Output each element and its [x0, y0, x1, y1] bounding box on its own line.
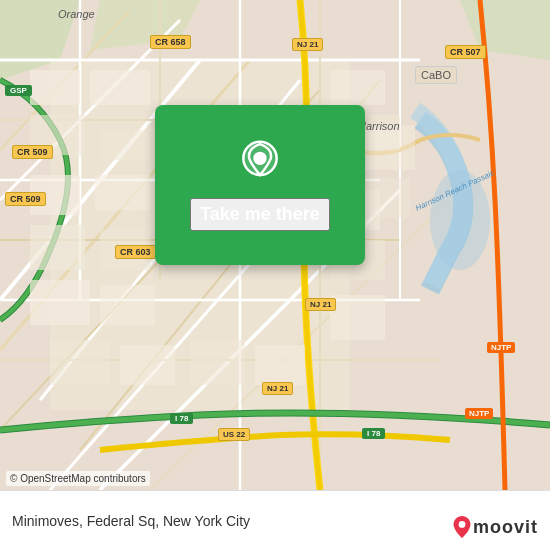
take-me-there-button[interactable]: Take me there: [190, 198, 330, 231]
svg-rect-41: [50, 340, 110, 385]
cabo-badge: CaBO: [415, 66, 457, 84]
svg-rect-34: [30, 280, 90, 325]
cr658-label: CR 658: [150, 35, 191, 49]
njtp-a-label: NJTP: [487, 342, 515, 353]
svg-rect-40: [330, 295, 385, 340]
moovit-logo: moovit: [453, 516, 538, 538]
njtp-b-label: NJTP: [465, 408, 493, 419]
moovit-text: moovit: [473, 517, 538, 538]
cr507-label: CR 507: [445, 45, 486, 59]
i78b-label: I 78: [362, 428, 385, 439]
svg-rect-27: [90, 70, 150, 105]
bottom-bar: Minimoves, Federal Sq, New York City moo…: [0, 490, 550, 550]
svg-rect-43: [190, 340, 245, 385]
cr603-label: CR 603: [115, 245, 156, 259]
svg-point-50: [459, 521, 466, 528]
map-container: Orange Harrison Harrison Reach Passaic C…: [0, 0, 550, 490]
svg-rect-35: [100, 285, 155, 325]
svg-rect-31: [95, 175, 150, 210]
place-name: Minimoves, Federal Sq, New York City: [12, 513, 250, 529]
svg-rect-32: [30, 225, 85, 270]
orange-label: Orange: [58, 8, 95, 20]
nj21b-label: NJ 21: [305, 298, 336, 311]
svg-rect-42: [120, 345, 175, 385]
nj21a-label: NJ 21: [292, 38, 323, 51]
action-card: Take me there: [155, 105, 365, 265]
nj21c-label: NJ 21: [262, 382, 293, 395]
svg-rect-29: [100, 130, 150, 160]
i78a-label: I 78: [170, 413, 193, 424]
location-pin-icon: [235, 140, 285, 190]
svg-rect-26: [30, 70, 80, 105]
cr509a-label: CR 509: [12, 145, 53, 159]
osm-attribution: © OpenStreetMap contributors: [6, 471, 150, 486]
svg-rect-36: [330, 70, 385, 105]
svg-point-49: [253, 151, 266, 164]
svg-rect-44: [255, 345, 305, 385]
us22-label: US 22: [218, 428, 250, 441]
gsp-label: GSP: [5, 85, 32, 96]
cr509b-label: CR 509: [5, 192, 46, 206]
moovit-pin-icon: [453, 516, 471, 538]
